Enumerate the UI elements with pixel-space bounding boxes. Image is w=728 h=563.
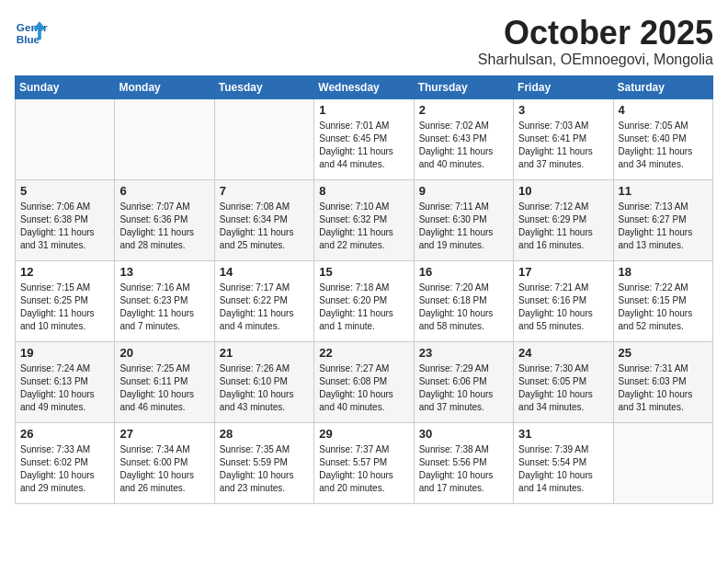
day-number: 30 (419, 427, 508, 441)
day-cell: 11Sunrise: 7:13 AMSunset: 6:27 PMDayligh… (613, 179, 712, 260)
day-info: Sunrise: 7:15 AMSunset: 6:25 PMDaylight:… (20, 282, 109, 333)
day-info: Sunrise: 7:30 AMSunset: 6:05 PMDaylight:… (518, 362, 608, 414)
day-number: 5 (20, 184, 109, 198)
day-info: Sunrise: 7:35 AMSunset: 5:59 PMDaylight:… (220, 443, 309, 495)
day-number: 21 (220, 346, 309, 360)
day-number: 26 (20, 427, 109, 441)
week-row-2: 5Sunrise: 7:06 AMSunset: 6:38 PMDaylight… (16, 179, 713, 260)
day-cell: 26Sunrise: 7:33 AMSunset: 6:02 PMDayligh… (16, 422, 115, 503)
day-number: 12 (20, 265, 109, 279)
day-number: 10 (518, 184, 608, 198)
day-info: Sunrise: 7:21 AMSunset: 6:16 PMDaylight:… (518, 282, 608, 333)
day-info: Sunrise: 7:38 AMSunset: 5:56 PMDaylight:… (419, 443, 508, 495)
day-info: Sunrise: 7:20 AMSunset: 6:18 PMDaylight:… (419, 282, 508, 333)
day-info: Sunrise: 7:16 AMSunset: 6:23 PMDaylight:… (119, 282, 209, 333)
day-number: 22 (319, 346, 408, 360)
day-info: Sunrise: 7:11 AMSunset: 6:30 PMDaylight:… (419, 201, 508, 252)
day-cell: 25Sunrise: 7:31 AMSunset: 6:03 PMDayligh… (613, 341, 712, 422)
day-cell: 13Sunrise: 7:16 AMSunset: 6:23 PMDayligh… (115, 260, 214, 341)
day-info: Sunrise: 7:27 AMSunset: 6:08 PMDaylight:… (319, 362, 408, 414)
day-info: Sunrise: 7:24 AMSunset: 6:13 PMDaylight:… (20, 362, 109, 414)
day-info: Sunrise: 7:34 AMSunset: 6:00 PMDaylight:… (119, 443, 209, 495)
col-header-saturday: Saturday (613, 75, 712, 98)
day-cell: 6Sunrise: 7:07 AMSunset: 6:36 PMDaylight… (115, 179, 214, 260)
page-header: General Blue October 2025 Sharhulsan, OE… (15, 15, 713, 68)
day-number: 11 (619, 184, 708, 198)
day-info: Sunrise: 7:29 AMSunset: 6:06 PMDaylight:… (419, 362, 508, 414)
col-header-tuesday: Tuesday (214, 75, 313, 98)
day-cell (613, 422, 712, 503)
day-info: Sunrise: 7:39 AMSunset: 5:54 PMDaylight:… (518, 443, 608, 495)
logo: General Blue (15, 15, 48, 48)
day-number: 9 (419, 184, 508, 198)
day-cell: 16Sunrise: 7:20 AMSunset: 6:18 PMDayligh… (414, 260, 513, 341)
week-row-4: 19Sunrise: 7:24 AMSunset: 6:13 PMDayligh… (16, 341, 713, 422)
col-header-sunday: Sunday (16, 75, 115, 98)
day-cell: 30Sunrise: 7:38 AMSunset: 5:56 PMDayligh… (414, 422, 513, 503)
day-cell: 12Sunrise: 7:15 AMSunset: 6:25 PMDayligh… (16, 260, 115, 341)
day-info: Sunrise: 7:17 AMSunset: 6:22 PMDaylight:… (220, 282, 309, 333)
day-cell (16, 98, 115, 179)
day-info: Sunrise: 7:25 AMSunset: 6:11 PMDaylight:… (119, 362, 209, 414)
day-number: 25 (619, 346, 708, 360)
day-cell (115, 98, 214, 179)
col-header-monday: Monday (115, 75, 214, 98)
day-info: Sunrise: 7:33 AMSunset: 6:02 PMDaylight:… (20, 443, 109, 495)
day-info: Sunrise: 7:31 AMSunset: 6:03 PMDaylight:… (619, 362, 708, 414)
day-number: 18 (619, 265, 708, 279)
col-header-friday: Friday (514, 75, 613, 98)
day-cell: 8Sunrise: 7:10 AMSunset: 6:32 PMDaylight… (314, 179, 414, 260)
day-number: 15 (319, 265, 408, 279)
day-cell: 10Sunrise: 7:12 AMSunset: 6:29 PMDayligh… (514, 179, 613, 260)
day-info: Sunrise: 7:37 AMSunset: 5:57 PMDaylight:… (319, 443, 408, 495)
day-cell: 23Sunrise: 7:29 AMSunset: 6:06 PMDayligh… (414, 341, 513, 422)
day-cell: 17Sunrise: 7:21 AMSunset: 6:16 PMDayligh… (514, 260, 613, 341)
day-info: Sunrise: 7:07 AMSunset: 6:36 PMDaylight:… (119, 201, 209, 252)
day-cell: 2Sunrise: 7:02 AMSunset: 6:43 PMDaylight… (414, 98, 513, 179)
day-number: 28 (220, 427, 309, 441)
week-row-5: 26Sunrise: 7:33 AMSunset: 6:02 PMDayligh… (16, 422, 713, 503)
day-info: Sunrise: 7:03 AMSunset: 6:41 PMDaylight:… (518, 120, 608, 171)
day-cell: 27Sunrise: 7:34 AMSunset: 6:00 PMDayligh… (115, 422, 214, 503)
day-info: Sunrise: 7:05 AMSunset: 6:40 PMDaylight:… (619, 120, 708, 171)
col-header-wednesday: Wednesday (314, 75, 414, 98)
day-info: Sunrise: 7:08 AMSunset: 6:34 PMDaylight:… (220, 201, 309, 252)
day-cell: 15Sunrise: 7:18 AMSunset: 6:20 PMDayligh… (314, 260, 414, 341)
day-cell: 31Sunrise: 7:39 AMSunset: 5:54 PMDayligh… (514, 422, 613, 503)
day-number: 14 (220, 265, 309, 279)
location: Sharhulsan, OEmnoegovi, Mongolia (478, 52, 713, 68)
day-cell: 20Sunrise: 7:25 AMSunset: 6:11 PMDayligh… (115, 341, 214, 422)
day-number: 2 (419, 103, 508, 117)
day-number: 8 (319, 184, 408, 198)
day-cell: 1Sunrise: 7:01 AMSunset: 6:45 PMDaylight… (314, 98, 414, 179)
day-cell: 24Sunrise: 7:30 AMSunset: 6:05 PMDayligh… (514, 341, 613, 422)
day-info: Sunrise: 7:10 AMSunset: 6:32 PMDaylight:… (319, 201, 408, 252)
month-title: October 2025 (478, 15, 713, 52)
day-cell (214, 98, 313, 179)
day-number: 4 (619, 103, 708, 117)
svg-text:Blue: Blue (17, 33, 40, 45)
day-info: Sunrise: 7:13 AMSunset: 6:27 PMDaylight:… (619, 201, 708, 252)
day-number: 16 (419, 265, 508, 279)
day-cell: 4Sunrise: 7:05 AMSunset: 6:40 PMDaylight… (613, 98, 712, 179)
day-number: 3 (518, 103, 608, 117)
day-number: 19 (20, 346, 109, 360)
day-cell: 29Sunrise: 7:37 AMSunset: 5:57 PMDayligh… (314, 422, 414, 503)
logo-icon: General Blue (15, 15, 48, 48)
day-number: 20 (119, 346, 209, 360)
day-info: Sunrise: 7:01 AMSunset: 6:45 PMDaylight:… (319, 120, 408, 171)
week-row-1: 1Sunrise: 7:01 AMSunset: 6:45 PMDaylight… (16, 98, 713, 179)
day-cell: 21Sunrise: 7:26 AMSunset: 6:10 PMDayligh… (214, 341, 313, 422)
day-info: Sunrise: 7:18 AMSunset: 6:20 PMDaylight:… (319, 282, 408, 333)
day-cell: 9Sunrise: 7:11 AMSunset: 6:30 PMDaylight… (414, 179, 513, 260)
day-number: 29 (319, 427, 408, 441)
week-row-3: 12Sunrise: 7:15 AMSunset: 6:25 PMDayligh… (16, 260, 713, 341)
day-cell: 28Sunrise: 7:35 AMSunset: 5:59 PMDayligh… (214, 422, 313, 503)
day-number: 23 (419, 346, 508, 360)
day-number: 17 (518, 265, 608, 279)
day-cell: 19Sunrise: 7:24 AMSunset: 6:13 PMDayligh… (16, 341, 115, 422)
day-cell: 3Sunrise: 7:03 AMSunset: 6:41 PMDaylight… (514, 98, 613, 179)
day-info: Sunrise: 7:12 AMSunset: 6:29 PMDaylight:… (518, 201, 608, 252)
day-number: 1 (319, 103, 408, 117)
day-info: Sunrise: 7:22 AMSunset: 6:15 PMDaylight:… (619, 282, 708, 333)
